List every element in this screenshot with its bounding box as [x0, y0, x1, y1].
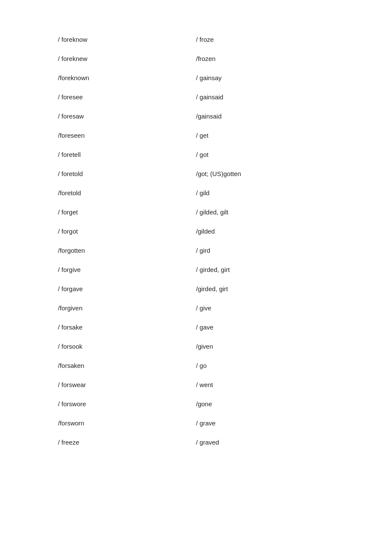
word-left-6: / foretell — [58, 145, 196, 164]
word-right-7: /got; (US)gotten — [196, 164, 334, 183]
word-left-12: / forgive — [58, 260, 196, 279]
word-left-2: /foreknown — [58, 68, 196, 87]
word-left-13: / forgave — [58, 279, 196, 298]
word-left-20: /forsworn — [58, 413, 196, 433]
word-left-10: / forgot — [58, 222, 196, 241]
word-left-5: /foreseen — [58, 126, 196, 145]
word-left-4: / foresaw — [58, 107, 196, 126]
word-right-2: / gainsay — [196, 68, 334, 87]
word-left-1: / foreknew — [58, 49, 196, 68]
word-right-14: / give — [196, 298, 334, 318]
word-left-8: /foretold — [58, 183, 196, 202]
word-left-7: / foretold — [58, 164, 196, 183]
word-right-6: / got — [196, 145, 334, 164]
word-right-15: / gave — [196, 318, 334, 337]
word-right-16: /given — [196, 337, 334, 356]
word-right-10: /gilded — [196, 222, 334, 241]
word-right-18: / went — [196, 375, 334, 394]
word-left-9: / forget — [58, 202, 196, 222]
word-right-3: / gainsaid — [196, 87, 334, 107]
word-right-11: / gird — [196, 241, 334, 260]
word-right-20: / grave — [196, 413, 334, 433]
word-left-16: / forsook — [58, 337, 196, 356]
word-right-12: / girded, girt — [196, 260, 334, 279]
word-right-19: /gone — [196, 394, 334, 413]
word-right-13: /girded, girt — [196, 279, 334, 298]
word-right-9: / gilded, gilt — [196, 202, 334, 222]
word-right-1: /frozen — [196, 49, 334, 68]
word-right-17: / go — [196, 356, 334, 375]
word-right-21: / graved — [196, 433, 334, 452]
word-left-14: /forgiven — [58, 298, 196, 318]
word-left-0: / foreknow — [58, 30, 196, 49]
word-right-8: / gild — [196, 183, 334, 202]
word-left-21: / freeze — [58, 433, 196, 452]
word-left-3: / foresee — [58, 87, 196, 107]
word-left-19: / forswore — [58, 394, 196, 413]
word-list: / foreknow/ froze/ foreknew/frozen/forek… — [0, 0, 392, 482]
word-left-18: / forswear — [58, 375, 196, 394]
word-right-5: / get — [196, 126, 334, 145]
word-right-0: / froze — [196, 30, 334, 49]
word-left-11: /forgotten — [58, 241, 196, 260]
word-left-17: /forsaken — [58, 356, 196, 375]
word-left-15: / forsake — [58, 318, 196, 337]
word-right-4: /gainsaid — [196, 107, 334, 126]
